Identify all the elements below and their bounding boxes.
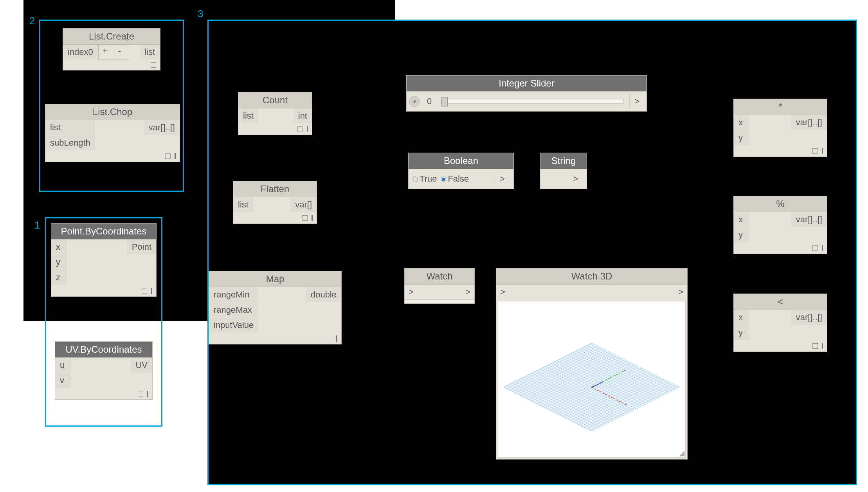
node-multiply[interactable]: * x y var[]..[] [733,99,827,157]
input-arrow[interactable]: > [409,287,414,297]
output-var[interactable]: var[]..[] [791,310,827,325]
node-list-chop[interactable]: List.Chop list subLength var[]..[] [45,104,180,162]
node-uv-bycoordinates[interactable]: UV.ByCoordinates u v UV [55,341,153,400]
viewport-3d[interactable] [498,301,686,458]
node-count[interactable]: Count list int [238,92,312,135]
node-title: Flatten [233,181,317,197]
node-title: % [734,196,827,212]
lacing-icon[interactable] [312,215,313,221]
lacing-icon[interactable] [336,335,337,342]
output-arrow[interactable]: > [678,287,683,297]
minus-button[interactable]: - [114,45,130,60]
node-title: String [540,153,587,169]
expand-icon[interactable]: ▾ [409,96,420,107]
node-point-bycoordinates[interactable]: Point.ByCoordinates x y z Point [51,223,157,297]
output-var[interactable]: var[]..[] [791,212,827,227]
node-watch[interactable]: Watch > > [404,268,475,304]
output-int[interactable]: int [294,108,312,124]
preview-toggle[interactable] [138,391,143,396]
input-x[interactable]: x [734,115,749,130]
input-y[interactable]: y [734,325,749,341]
output-double[interactable]: double [306,287,341,303]
slider-thumb[interactable] [441,97,448,106]
node-title: List.Chop [45,104,180,120]
output-var[interactable]: var[] [290,197,317,213]
node-title: Count [238,92,312,108]
preview-toggle[interactable] [151,62,156,68]
input-rangemin[interactable]: rangeMin [209,287,258,303]
input-x[interactable]: x [734,212,749,227]
node-title: Watch [405,269,474,285]
preview-toggle[interactable] [327,336,332,341]
node-title: Point.ByCoordinates [51,223,156,240]
node-title: UV.ByCoordinates [55,342,152,358]
preview-toggle[interactable] [165,153,171,159]
lacing-icon[interactable] [307,126,308,132]
input-sublength[interactable]: subLength [45,135,95,151]
node-title: List.Create [63,29,160,45]
node-list-create[interactable]: List.Create index0 + - list [63,28,160,70]
input-arrow[interactable]: > [500,287,505,297]
node-boolean[interactable]: Boolean True False > [408,153,514,189]
node-title: Integer Slider [407,76,646,92]
node-title: Boolean [409,153,513,169]
input-y[interactable]: y [51,255,67,270]
output-arrow[interactable]: > [629,94,644,109]
region-1-label: 1 [34,219,40,231]
lacing-icon[interactable] [151,288,152,294]
region-2-label: 2 [29,15,35,27]
slider-track[interactable] [441,99,624,104]
input-u[interactable]: u [55,358,71,373]
output-list[interactable]: list [140,45,160,60]
lacing-icon[interactable] [822,343,823,349]
input-x[interactable]: x [51,240,67,255]
input-rangemax[interactable]: rangeMax [209,303,258,318]
input-index0[interactable]: index0 [63,45,98,60]
input-list[interactable]: list [238,108,258,124]
node-title: Map [209,271,341,287]
slider-value: 0 [423,96,436,106]
resize-handle[interactable] [679,451,684,456]
node-title: < [734,294,827,310]
output-arrow[interactable]: > [568,171,583,186]
output-uv[interactable]: UV [131,358,152,373]
output-arrow[interactable]: > [495,171,510,186]
input-inputvalue[interactable]: inputValue [209,318,258,333]
preview-toggle[interactable] [297,126,303,132]
radio-true[interactable]: True [412,174,437,184]
node-flatten[interactable]: Flatten list var[] [233,181,317,224]
node-title: * [734,99,827,115]
preview-toggle[interactable] [142,288,147,294]
radio-false[interactable]: False [441,174,469,184]
input-list[interactable]: list [233,197,253,213]
preview-toggle[interactable] [812,245,818,251]
output-point[interactable]: Point [127,240,156,255]
region-3-label: 3 [198,8,203,20]
lacing-icon[interactable] [147,391,148,397]
input-z[interactable]: z [51,270,67,285]
input-y[interactable]: y [734,227,749,243]
lacing-icon[interactable] [822,148,823,154]
node-modulo[interactable]: % x y var[]..[] [733,196,827,254]
lacing-icon[interactable] [175,153,176,159]
input-y[interactable]: y [734,130,749,146]
lacing-icon[interactable] [822,245,823,251]
input-list[interactable]: list [45,120,95,135]
output-var[interactable]: var[]..[] [144,120,180,135]
node-title: Watch 3D [496,269,687,285]
plus-button[interactable]: + [98,45,114,60]
grid-surface [503,343,681,431]
output-arrow[interactable]: > [465,287,470,297]
node-less-than[interactable]: < x y var[]..[] [733,294,827,352]
input-v[interactable]: v [55,373,71,388]
preview-toggle[interactable] [812,343,818,349]
node-integer-slider[interactable]: Integer Slider ▾ 0 > [406,75,647,112]
output-var[interactable]: var[]..[] [791,115,827,130]
node-map[interactable]: Map rangeMin rangeMax inputValue double [209,271,342,344]
node-string[interactable]: String > [540,153,587,189]
input-x[interactable]: x [734,310,749,325]
node-watch-3d[interactable]: Watch 3D > > [496,268,688,460]
preview-toggle[interactable] [302,215,308,221]
preview-toggle[interactable] [812,148,818,154]
